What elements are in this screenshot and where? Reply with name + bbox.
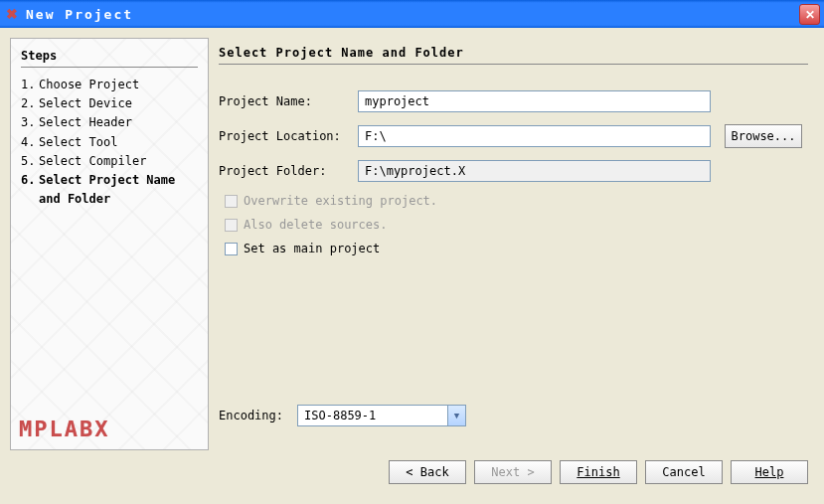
overwrite-checkbox xyxy=(225,195,238,208)
main-panel: Select Project Name and Folder Project N… xyxy=(213,38,814,450)
encoding-select[interactable]: ISO-8859-1 ▼ xyxy=(297,405,466,426)
encoding-value: ISO-8859-1 xyxy=(304,409,376,422)
button-bar: < Back Next > Finish Cancel Help xyxy=(0,460,824,494)
steps-list: 1.Choose Project 2.Select Device 3.Selec… xyxy=(21,76,198,209)
chevron-down-icon: ▼ xyxy=(447,406,465,425)
project-folder-row: Project Folder: xyxy=(219,160,808,182)
project-folder-label: Project Folder: xyxy=(219,164,348,178)
project-name-row: Project Name: xyxy=(219,90,808,112)
encoding-label: Encoding: xyxy=(219,409,283,422)
next-button: Next > xyxy=(474,460,552,484)
project-location-label: Project Location: xyxy=(219,129,348,143)
app-icon: ✖ xyxy=(4,6,20,22)
set-main-checkbox[interactable] xyxy=(225,243,238,255)
finish-button[interactable]: Finish xyxy=(560,460,637,484)
project-folder-input xyxy=(358,160,711,182)
steps-panel: Steps 1.Choose Project 2.Select Device 3… xyxy=(10,38,209,450)
delete-sources-checkbox xyxy=(225,219,238,232)
main-heading: Select Project Name and Folder xyxy=(219,46,808,65)
overwrite-label: Overwrite existing project. xyxy=(244,194,437,208)
close-button[interactable]: ✕ xyxy=(799,4,820,25)
cancel-button[interactable]: Cancel xyxy=(645,460,723,484)
titlebar: ✖ New Project ✕ xyxy=(0,0,824,28)
close-icon: ✕ xyxy=(805,8,815,22)
step-5: 5.Select Compiler xyxy=(21,152,198,171)
browse-button[interactable]: Browse... xyxy=(725,124,802,148)
mplabx-logo: MPLABX xyxy=(19,417,109,441)
window-title: New Project xyxy=(26,7,133,22)
delete-sources-label: Also delete sources. xyxy=(244,218,388,232)
set-main-row: Set as main project xyxy=(225,242,808,255)
step-3: 3.Select Header xyxy=(21,113,198,132)
project-name-input[interactable] xyxy=(358,90,711,112)
back-button[interactable]: < Back xyxy=(389,460,466,484)
project-location-row: Project Location: Browse... xyxy=(219,124,808,148)
step-4: 4.Select Tool xyxy=(21,133,198,152)
step-2: 2.Select Device xyxy=(21,94,198,113)
steps-heading: Steps xyxy=(21,49,198,68)
delete-sources-row: Also delete sources. xyxy=(225,218,808,232)
step-1: 1.Choose Project xyxy=(21,76,198,94)
project-location-input[interactable] xyxy=(358,125,711,147)
overwrite-row: Overwrite existing project. xyxy=(225,194,808,208)
window-body: Steps 1.Choose Project 2.Select Device 3… xyxy=(0,28,824,460)
project-name-label: Project Name: xyxy=(219,94,348,108)
help-button[interactable]: Help xyxy=(731,460,808,484)
set-main-label: Set as main project xyxy=(244,242,380,255)
step-6: 6.Select Project Name and Folder xyxy=(21,171,198,209)
encoding-row: Encoding: ISO-8859-1 ▼ xyxy=(219,405,808,426)
